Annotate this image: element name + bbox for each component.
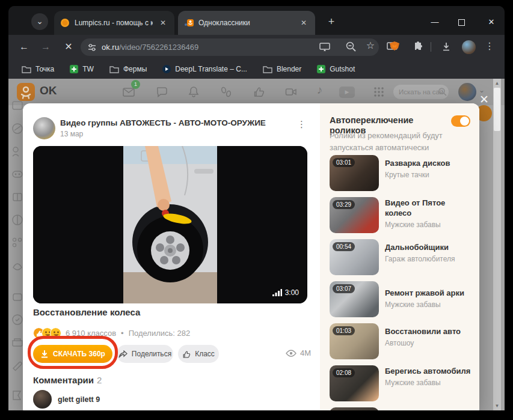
video-channel[interactable]: Мужские забавы <box>385 379 471 387</box>
tab-odnoklassniki[interactable]: Одноклассники ✕ <box>178 11 315 35</box>
close-window-button[interactable]: ✕ <box>485 16 498 29</box>
zoom-icon[interactable] <box>345 41 357 53</box>
bookmark-star-icon[interactable]: ☆ <box>364 40 376 52</box>
bookmark-blender[interactable]: Blender <box>263 65 301 73</box>
bookmark-label: TW <box>82 65 94 73</box>
video-channel[interactable]: Автошоу <box>385 339 471 347</box>
rail-item-icon[interactable] <box>11 389 24 402</box>
forward-button[interactable]: → <box>38 40 53 54</box>
tab-search-button[interactable]: ⌄ <box>31 13 48 30</box>
browser-menu-icon[interactable]: ⋮ <box>484 40 496 52</box>
rail-item-icon[interactable] <box>11 213 24 227</box>
video-thumbnail[interactable]: 00:54 <box>330 239 379 275</box>
rail-item-icon[interactable] <box>11 145 24 158</box>
metamask-icon[interactable] <box>389 41 401 53</box>
group-title[interactable]: Видео группы АВТОЖЕСТЬ - АВТО-МОТО-ОРУЖИ… <box>60 118 301 127</box>
cast-screen-icon[interactable] <box>319 41 331 53</box>
video-title[interactable]: Берегись автомобиля <box>385 367 471 377</box>
duration-badge: 02:08 <box>333 368 355 377</box>
video-camera-icon[interactable] <box>285 86 297 98</box>
bookmark-gutshot[interactable]: Gutshot <box>317 65 355 73</box>
ok-favicon-icon <box>184 18 194 28</box>
ok-page: OK 1 ♪ ▶ Искать на сай ⌄ <box>8 79 505 410</box>
ok-person-icon <box>17 83 35 101</box>
bookmark-deepl[interactable]: DeepL Translate – C... <box>162 65 247 73</box>
ok-logo[interactable] <box>17 83 35 101</box>
new-tab-button[interactable]: + <box>324 14 339 30</box>
recommended-video[interactable]: 02:08 Берегись автомобиляМужские забавы <box>330 365 471 405</box>
profile-avatar[interactable] <box>462 40 476 54</box>
video-channel[interactable]: Мужские забавы <box>385 300 471 309</box>
video-thumbnail[interactable]: 03:29 <box>330 197 379 233</box>
rail-item-icon[interactable] <box>11 168 24 181</box>
video-title: Восстановление колеса <box>33 307 140 317</box>
video-title[interactable]: Видео от Пятое колесо <box>385 198 471 219</box>
ok-wordmark[interactable]: OK <box>40 84 57 97</box>
shares-count[interactable]: Поделились: 282 <box>129 329 191 338</box>
address-bar[interactable]: ok.ru/video/7562261236469 <box>81 38 379 56</box>
extensions-puzzle-icon[interactable] <box>411 41 423 53</box>
rail-item-icon[interactable] <box>11 236 24 249</box>
video-title[interactable]: Восстановили авто <box>385 327 471 337</box>
video-thumbnail[interactable]: 02:08 <box>330 365 379 401</box>
scroll-up-icon[interactable]: ▲ <box>493 79 501 87</box>
rail-item-icon[interactable] <box>11 99 24 112</box>
close-tab-icon[interactable]: ✕ <box>158 19 168 27</box>
video-player[interactable]: 3:00 <box>33 146 307 303</box>
chat-icon[interactable] <box>156 86 168 98</box>
commenter-avatar[interactable] <box>33 390 52 409</box>
close-tab-icon[interactable]: ✕ <box>298 19 309 27</box>
downloads-icon[interactable] <box>440 41 452 53</box>
rail-item-icon[interactable] <box>11 290 24 303</box>
video-channel[interactable]: Крутые тачки <box>385 171 471 179</box>
group-avatar[interactable] <box>33 117 55 139</box>
likes-thumb-icon[interactable] <box>253 86 265 98</box>
tab-title: Lumpics.ru - помощь с компью <box>75 19 153 27</box>
rail-item-icon[interactable] <box>11 190 24 204</box>
user-avatar[interactable] <box>458 83 476 101</box>
guests-footsteps-icon[interactable] <box>220 86 232 98</box>
apps-grid-icon[interactable] <box>373 86 385 98</box>
bookmark-fermy[interactable]: Фермы <box>109 65 147 73</box>
autoplay-toggle[interactable] <box>451 115 470 127</box>
rail-item-icon[interactable] <box>11 259 24 272</box>
rail-item-icon[interactable] <box>11 122 24 135</box>
like-button[interactable]: Класс <box>178 345 219 363</box>
stop-button[interactable]: ✕ <box>61 40 76 54</box>
modal-close-button[interactable]: ✕ <box>478 93 491 106</box>
share-button[interactable]: Поделиться <box>117 345 173 363</box>
video-title[interactable]: Разварка дисков <box>385 159 471 169</box>
recommended-video[interactable]: 03:01 Разварка дисковКрутые тачки <box>330 155 471 195</box>
video-section-active-icon[interactable]: ▶ <box>339 87 355 98</box>
back-button[interactable]: ← <box>17 40 31 54</box>
minimize-button[interactable]: — <box>428 16 441 29</box>
recommended-video[interactable]: 03:07 Ремонт ржавой аркиМужские забавы <box>330 281 471 321</box>
video-channel[interactable]: Гараж автолюбителя <box>385 255 471 263</box>
maximize-button[interactable] <box>458 19 465 26</box>
video-channel[interactable]: Мужские забавы <box>385 221 471 229</box>
duration-badge: 03:01 <box>333 158 355 167</box>
tab-lumpics[interactable]: Lumpics.ru - помощь с компью ✕ <box>54 11 174 35</box>
video-thumbnail[interactable]: 03:01 <box>330 155 379 191</box>
video-title[interactable]: Ремонт ржавой арки <box>385 288 471 299</box>
scroll-down-icon[interactable]: ▼ <box>493 402 501 410</box>
rail-item-icon[interactable] <box>11 313 24 326</box>
video-title[interactable]: Дальнобойщики <box>385 243 471 253</box>
notifications-bell-icon[interactable] <box>188 86 200 98</box>
page-scrollbar[interactable]: ▲ ▼ <box>493 79 501 410</box>
video-thumbnail[interactable] <box>330 407 379 410</box>
video-thumbnail[interactable]: 01:03 <box>330 323 379 359</box>
recommended-video[interactable] <box>330 407 471 410</box>
recommended-video[interactable]: 00:54 ДальнобойщикиГараж автолюбителя <box>330 239 471 279</box>
more-options-icon[interactable]: ⋮ <box>297 119 307 130</box>
rail-item-icon[interactable] <box>11 336 24 349</box>
rail-item-icon[interactable] <box>11 359 24 372</box>
bookmark-tochka[interactable]: Точка <box>22 65 54 73</box>
scrollbar-thumb[interactable] <box>494 88 500 131</box>
recommended-video[interactable]: 03:29 Видео от Пятое колесоМужские забав… <box>330 197 471 237</box>
commenter-name[interactable]: glett gilett 9 <box>58 395 100 404</box>
video-thumbnail[interactable]: 03:07 <box>330 281 379 317</box>
recommended-video[interactable]: 01:03 Восстановили автоАвтошоу <box>330 323 471 363</box>
bookmark-tw[interactable]: TW <box>70 65 94 73</box>
music-icon[interactable]: ♪ <box>317 84 329 96</box>
